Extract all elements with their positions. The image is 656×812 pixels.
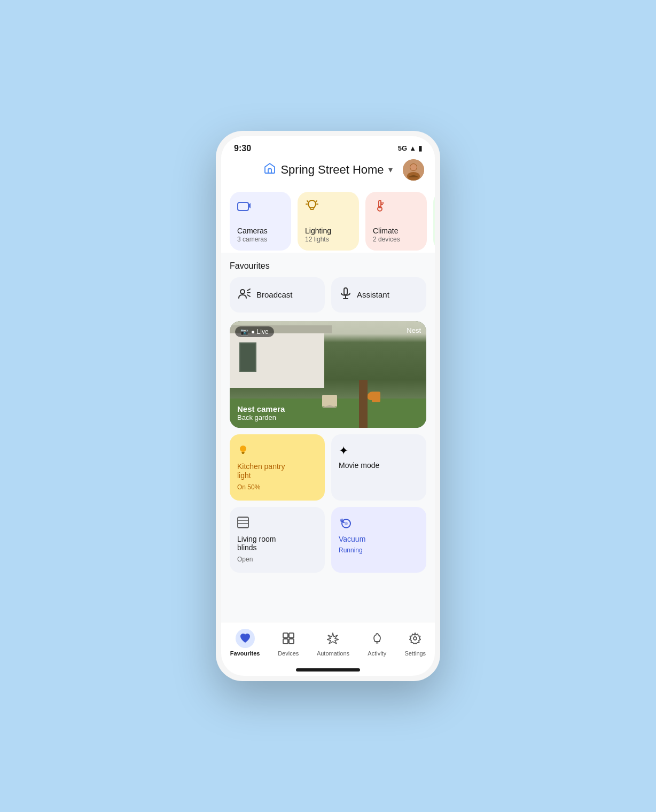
smart-card-vacuum[interactable]: Vacuum Running xyxy=(331,507,426,573)
svg-rect-37 xyxy=(283,639,288,644)
app-header: Spring Street Home ▾ xyxy=(221,157,435,186)
favourites-grid: Broadcast Assistant xyxy=(221,277,435,319)
camera-feed[interactable]: 📷 ● Live Nest Nest camera Back garden xyxy=(230,321,426,428)
blinds-name: Living roomblinds xyxy=(237,535,317,553)
svg-point-28 xyxy=(240,446,246,452)
live-text: ● Live xyxy=(251,328,269,335)
fav-card-assistant[interactable]: Assistant xyxy=(331,277,426,313)
camera-live-badge: 📷 ● Live xyxy=(235,326,274,337)
climate-count: 2 devices xyxy=(373,236,419,243)
lighting-icon xyxy=(305,199,352,215)
kitchen-light-status: On 50% xyxy=(237,483,317,491)
svg-point-41 xyxy=(413,637,417,640)
settings-nav-label: Settings xyxy=(404,650,426,657)
nav-settings[interactable]: Settings xyxy=(399,627,431,659)
vacuum-icon xyxy=(339,517,419,532)
camera-caption: Nest camera Back garden xyxy=(237,404,285,421)
nav-favourites[interactable]: Favourites xyxy=(225,627,265,659)
device-card-climate[interactable]: Climate 2 devices xyxy=(365,192,427,251)
home-icon xyxy=(263,162,276,178)
status-time: 9:30 xyxy=(234,144,251,153)
home-bar xyxy=(296,668,360,672)
settings-nav-icon xyxy=(405,629,425,648)
phone-frame: 9:30 5G ▲ ▮ Spring Street Home ▾ xyxy=(216,131,440,681)
activity-nav-label: Activity xyxy=(368,650,386,657)
svg-rect-38 xyxy=(289,639,294,644)
svg-point-21 xyxy=(241,291,244,293)
home-name: Spring Street Home xyxy=(280,163,384,177)
nav-devices[interactable]: Devices xyxy=(272,627,304,659)
svg-rect-35 xyxy=(283,633,288,638)
devices-nav-icon xyxy=(279,629,298,648)
device-card-washer[interactable]: W… O… xyxy=(433,192,435,251)
favourites-section: Favourites xyxy=(221,253,435,271)
avatar[interactable] xyxy=(403,159,424,181)
camera-name: Nest camera xyxy=(237,404,285,413)
devices-nav-label: Devices xyxy=(278,650,299,657)
signal-bars-icon: ▲ xyxy=(409,144,416,152)
smart-cards-grid: Kitchen pantrylight On 50% ✦ Movie mode xyxy=(221,434,435,579)
svg-rect-0 xyxy=(268,169,271,173)
climate-icon xyxy=(373,199,419,215)
automations-nav-icon xyxy=(323,629,342,648)
phone-inner: 9:30 5G ▲ ▮ Spring Street Home ▾ xyxy=(221,136,435,676)
assistant-label: Assistant xyxy=(357,290,389,299)
camera-icon-small: 📷 xyxy=(240,328,248,335)
svg-line-24 xyxy=(247,295,250,296)
broadcast-label: Broadcast xyxy=(256,290,293,299)
device-card-cameras[interactable]: Cameras 3 cameras xyxy=(230,192,291,251)
svg-rect-5 xyxy=(238,202,248,210)
favourites-nav-icon xyxy=(236,629,255,648)
blinds-icon xyxy=(237,517,317,532)
blinds-status: Open xyxy=(237,556,317,563)
svg-rect-25 xyxy=(344,288,347,295)
bottom-nav: Favourites Devices xyxy=(221,622,435,665)
home-title[interactable]: Spring Street Home ▾ xyxy=(263,162,392,178)
fav-card-broadcast[interactable]: Broadcast xyxy=(230,277,325,313)
light-bulb-icon xyxy=(237,444,317,459)
smart-card-kitchen-light[interactable]: Kitchen pantrylight On 50% xyxy=(230,434,325,501)
signal-label: 5G xyxy=(398,144,407,152)
status-icons: 5G ▲ ▮ xyxy=(398,144,422,152)
sparkle-icon: ✦ xyxy=(339,444,419,458)
status-bar: 9:30 5G ▲ ▮ xyxy=(221,136,435,157)
kitchen-light-name: Kitchen pantrylight xyxy=(237,462,317,480)
lighting-label: Lighting xyxy=(305,227,352,236)
activity-nav-icon xyxy=(368,629,387,648)
favourites-title: Favourites xyxy=(230,261,426,271)
battery-icon: ▮ xyxy=(418,144,422,152)
svg-rect-30 xyxy=(238,517,248,528)
automations-nav-label: Automations xyxy=(317,650,349,657)
nav-automations[interactable]: Automations xyxy=(311,627,355,659)
broadcast-icon xyxy=(238,287,251,302)
camera-brand: Nest xyxy=(407,326,421,334)
lighting-count: 12 lights xyxy=(305,236,352,243)
vacuum-status: Running xyxy=(339,546,419,554)
smart-card-blinds[interactable]: Living roomblinds Open xyxy=(230,507,325,573)
favourites-nav-label: Favourites xyxy=(230,650,260,657)
cameras-label: Cameras xyxy=(237,227,284,236)
camera-location: Back garden xyxy=(237,413,285,421)
nav-activity[interactable]: Activity xyxy=(362,627,392,659)
camera-icon xyxy=(237,199,284,214)
svg-point-34 xyxy=(345,522,348,525)
scroll-area: Cameras 3 cameras xyxy=(221,186,435,622)
svg-line-12 xyxy=(316,201,317,202)
svg-line-22 xyxy=(247,289,250,291)
svg-point-20 xyxy=(240,290,245,294)
svg-rect-36 xyxy=(289,633,294,638)
assistant-icon xyxy=(340,287,352,303)
smart-card-movie[interactable]: ✦ Movie mode xyxy=(331,434,426,501)
climate-label: Climate xyxy=(373,227,419,236)
svg-line-11 xyxy=(307,201,308,202)
movie-mode-name: Movie mode xyxy=(339,461,419,470)
cameras-count: 3 cameras xyxy=(237,236,284,243)
chevron-down-icon[interactable]: ▾ xyxy=(388,165,393,175)
device-cards-row: Cameras 3 cameras xyxy=(221,186,435,253)
vacuum-name: Vacuum xyxy=(339,535,419,544)
svg-point-4 xyxy=(410,164,417,170)
device-card-lighting[interactable]: Lighting 12 lights xyxy=(298,192,359,251)
